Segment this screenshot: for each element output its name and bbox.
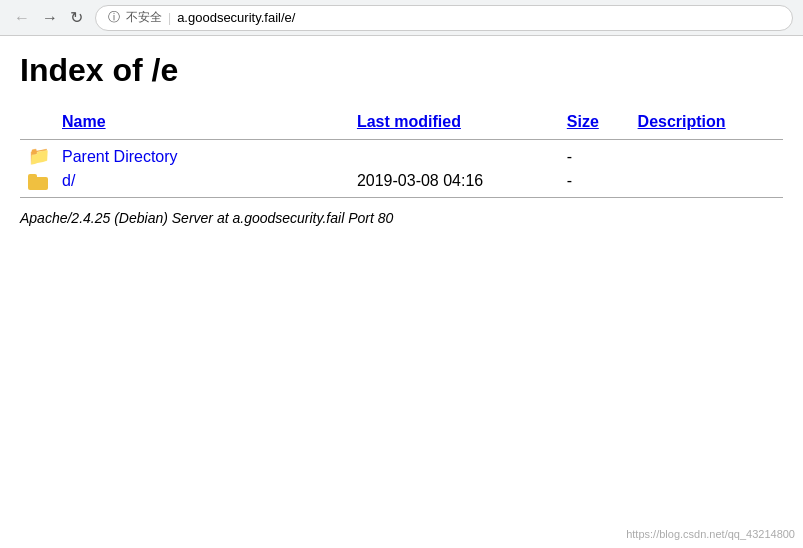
back-button[interactable]: ← (10, 8, 34, 28)
parent-dir-size-cell: - (559, 144, 630, 169)
parent-dir-name-cell: Parent Directory (54, 144, 349, 169)
parent-icon-cell: 📁 (20, 144, 54, 169)
table-row: d/ 2019-03-08 04:16 - (20, 169, 783, 193)
name-header[interactable]: Name (54, 109, 349, 135)
forward-button[interactable]: → (38, 8, 62, 28)
url-display: a.goodsecurity.fail/e/ (177, 10, 295, 25)
dir-modified-cell: 2019-03-08 04:16 (349, 169, 559, 193)
size-header[interactable]: Size (559, 109, 630, 135)
page-title: Index of /e (20, 52, 783, 89)
server-info: Apache/2.4.25 (Debian) Server at a.goods… (20, 210, 783, 226)
directory-table: Name Last modified Size Description 📁 Pa… (20, 109, 783, 202)
table-row: 📁 Parent Directory - (20, 144, 783, 169)
security-icon: ⓘ (108, 9, 120, 26)
parent-dir-icon: 📁 (28, 146, 50, 166)
dir-desc-cell (630, 169, 783, 193)
dir-name-cell: d/ (54, 169, 349, 193)
description-header[interactable]: Description (630, 109, 783, 135)
parent-dir-desc-cell (630, 144, 783, 169)
parent-dir-link[interactable]: Parent Directory (62, 148, 178, 165)
last-modified-header[interactable]: Last modified (349, 109, 559, 135)
dir-link[interactable]: d/ (62, 172, 75, 189)
security-text: 不安全 (126, 9, 162, 26)
icon-header (20, 109, 54, 135)
table-header-row: Name Last modified Size Description (20, 109, 783, 135)
dir-size-cell: - (559, 169, 630, 193)
footer-separator-row (20, 193, 783, 202)
folder-icon (28, 174, 48, 190)
watermark: https://blog.csdn.net/qq_43214800 (626, 528, 795, 540)
nav-buttons: ← → ↻ (10, 8, 87, 28)
page-content: Index of /e Name Last modified Size Desc… (0, 36, 803, 242)
folder-icon-cell (20, 169, 54, 193)
header-separator-row (20, 135, 783, 144)
parent-dir-modified-cell (349, 144, 559, 169)
browser-chrome: ← → ↻ ⓘ 不安全 | a.goodsecurity.fail/e/ (0, 0, 803, 36)
address-bar[interactable]: ⓘ 不安全 | a.goodsecurity.fail/e/ (95, 5, 793, 31)
reload-button[interactable]: ↻ (66, 8, 87, 28)
url-separator: | (168, 11, 171, 25)
